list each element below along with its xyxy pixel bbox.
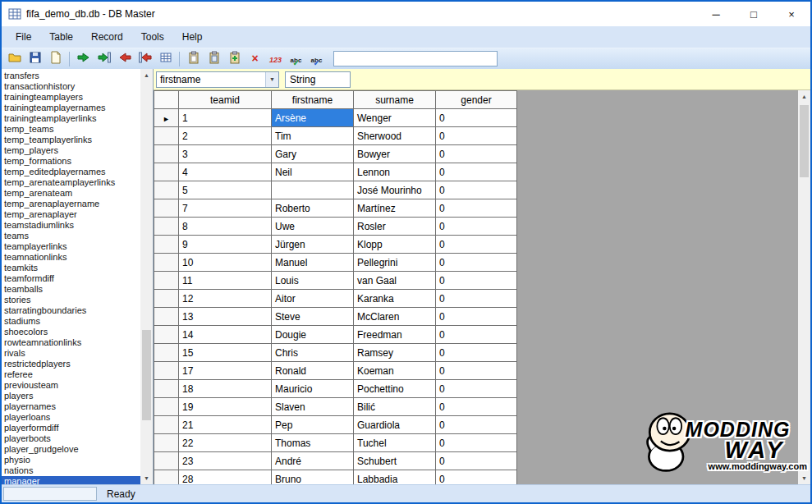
row-selector[interactable]: [154, 272, 179, 290]
scroll-up-icon[interactable]: ▲: [798, 90, 810, 103]
sidebar-item-physio[interactable]: physio: [2, 455, 140, 465]
field-select-combobox[interactable]: firstname ▼: [156, 71, 279, 88]
cell-surname[interactable]: Sherwood: [354, 127, 436, 145]
row-selector[interactable]: ►: [154, 109, 179, 127]
cell-gender[interactable]: 0: [436, 109, 517, 127]
sidebar-item-temp_arenateam[interactable]: temp_arenateam: [2, 188, 140, 199]
cell-gender[interactable]: 0: [436, 236, 517, 254]
cell-teamid[interactable]: 12: [179, 290, 272, 308]
cell-firstname[interactable]: Dougie: [272, 326, 354, 344]
cell-firstname[interactable]: Ronald: [272, 362, 354, 380]
cell-surname[interactable]: Labbadia: [354, 470, 436, 485]
close-button[interactable]: ×: [773, 2, 810, 26]
sidebar-item-temp_teams[interactable]: temp_teams: [2, 124, 140, 135]
sidebar-item-nations[interactable]: nations: [2, 465, 140, 476]
table-view-button[interactable]: [156, 50, 175, 68]
cell-teamid[interactable]: 18: [179, 380, 272, 398]
sidebar-item-stadiums[interactable]: stadiums: [2, 316, 140, 327]
row-selector[interactable]: [154, 236, 179, 254]
row-selector[interactable]: [154, 163, 179, 181]
scroll-down-icon[interactable]: ▼: [798, 472, 810, 484]
cell-surname[interactable]: Ramsey: [354, 344, 436, 362]
cell-firstname[interactable]: Pep: [272, 416, 354, 434]
sidebar-item-playerformdiff[interactable]: playerformdiff: [2, 423, 140, 433]
cell-surname[interactable]: Lennon: [354, 163, 436, 181]
cell-teamid[interactable]: 2: [179, 127, 272, 145]
cell-gender[interactable]: 0: [436, 127, 517, 145]
row-selector[interactable]: [154, 452, 179, 470]
cell-teamid[interactable]: 5: [179, 181, 272, 199]
column-header-firstname[interactable]: firstname: [272, 91, 354, 109]
cell-firstname[interactable]: Thomas: [272, 434, 354, 452]
cell-gender[interactable]: 0: [436, 145, 517, 163]
sidebar-item-previousteam[interactable]: previousteam: [2, 380, 140, 391]
column-header-surname[interactable]: surname: [354, 91, 436, 109]
sidebar-scrollbar[interactable]: ▲ ▼: [140, 69, 153, 484]
cell-surname[interactable]: Karanka: [354, 290, 436, 308]
sidebar-item-temp_arenaplayer[interactable]: temp_arenaplayer: [2, 209, 140, 220]
menu-file[interactable]: File: [7, 27, 40, 48]
new-document-button[interactable]: [46, 50, 65, 68]
cell-teamid[interactable]: 7: [179, 199, 272, 218]
sidebar-item-teamnationlinks[interactable]: teamnationlinks: [2, 252, 140, 263]
cell-gender[interactable]: 0: [436, 254, 517, 272]
row-selector[interactable]: [154, 362, 179, 380]
cell-teamid[interactable]: 4: [179, 163, 272, 181]
sidebar-item-stories[interactable]: stories: [2, 295, 140, 305]
sidebar-scroll-thumb[interactable]: [142, 330, 151, 420]
sidebar-item-temp_arenaplayername[interactable]: temp_arenaplayername: [2, 199, 140, 209]
row-selector[interactable]: [154, 398, 179, 416]
cell-firstname[interactable]: Slaven: [272, 398, 354, 416]
cell-firstname[interactable]: Mauricio: [272, 380, 354, 398]
sidebar-item-temp_teamplayerlinks[interactable]: temp_teamplayerlinks: [2, 135, 140, 145]
sidebar-item-teamkits[interactable]: teamkits: [2, 263, 140, 273]
cell-teamid[interactable]: 9: [179, 236, 272, 254]
sidebar-item-manager[interactable]: manager: [2, 476, 140, 484]
cell-gender[interactable]: 0: [436, 416, 517, 434]
cell-firstname[interactable]: Arsène: [272, 109, 354, 127]
cell-surname[interactable]: McClaren: [354, 308, 436, 326]
sidebar-item-restrictedplayers[interactable]: restrictedplayers: [2, 359, 140, 369]
sidebar-item-shoecolors[interactable]: shoecolors: [2, 327, 140, 337]
sidebar-item-trainingteamplayers[interactable]: trainingteamplayers: [2, 92, 140, 103]
sidebar-item-teamstadiumlinks[interactable]: teamstadiumlinks: [2, 220, 140, 231]
cell-teamid[interactable]: 28: [179, 470, 272, 485]
cell-gender[interactable]: 0: [436, 218, 517, 236]
cell-firstname[interactable]: Louis: [272, 272, 354, 290]
cell-teamid[interactable]: 14: [179, 326, 272, 344]
cell-gender[interactable]: 0: [436, 344, 517, 362]
row-selector[interactable]: [154, 326, 179, 344]
sidebar-item-trainingteamplayernames[interactable]: trainingteamplayernames: [2, 103, 140, 113]
cell-surname[interactable]: Pochettino: [354, 380, 436, 398]
row-selector[interactable]: [154, 308, 179, 326]
scroll-down-icon[interactable]: ▼: [140, 472, 153, 484]
cell-firstname[interactable]: Roberto: [272, 199, 354, 218]
append-record-button[interactable]: [74, 50, 93, 68]
sidebar-item-transfers[interactable]: transfers: [2, 71, 140, 81]
chevron-down-icon[interactable]: ▼: [265, 72, 278, 87]
sidebar-item-starratingboundaries[interactable]: starratingboundaries: [2, 305, 140, 316]
sidebar-item-temp_arenateamplayerlinks[interactable]: temp_arenateamplayerlinks: [2, 177, 140, 188]
cell-gender[interactable]: 0: [436, 326, 517, 344]
save-button[interactable]: [25, 50, 44, 68]
cell-surname[interactable]: Guardiola: [354, 416, 436, 434]
cell-firstname[interactable]: André: [272, 452, 354, 470]
sidebar-item-playerloans[interactable]: playerloans: [2, 412, 140, 423]
maximize-button[interactable]: □: [735, 2, 773, 26]
sidebar-item-temp_formations[interactable]: temp_formations: [2, 156, 140, 167]
sidebar-item-temp_editedplayernames[interactable]: temp_editedplayernames: [2, 167, 140, 177]
cell-surname[interactable]: Freedman: [354, 326, 436, 344]
grid-scroll-thumb[interactable]: [800, 105, 809, 177]
open-button[interactable]: [5, 50, 24, 68]
cell-gender[interactable]: 0: [436, 163, 517, 181]
row-selector[interactable]: [154, 218, 179, 236]
insert-record-button[interactable]: [94, 50, 113, 68]
cell-gender[interactable]: 0: [436, 362, 517, 380]
sidebar-item-rowteamnationlinks[interactable]: rowteamnationlinks: [2, 337, 140, 348]
sidebar-item-players[interactable]: players: [2, 391, 140, 401]
cell-teamid[interactable]: 22: [179, 434, 272, 452]
cell-gender[interactable]: 0: [436, 470, 517, 485]
menu-table[interactable]: Table: [40, 27, 82, 48]
cell-surname[interactable]: Rosler: [354, 218, 436, 236]
sidebar-item-teams[interactable]: teams: [2, 231, 140, 241]
